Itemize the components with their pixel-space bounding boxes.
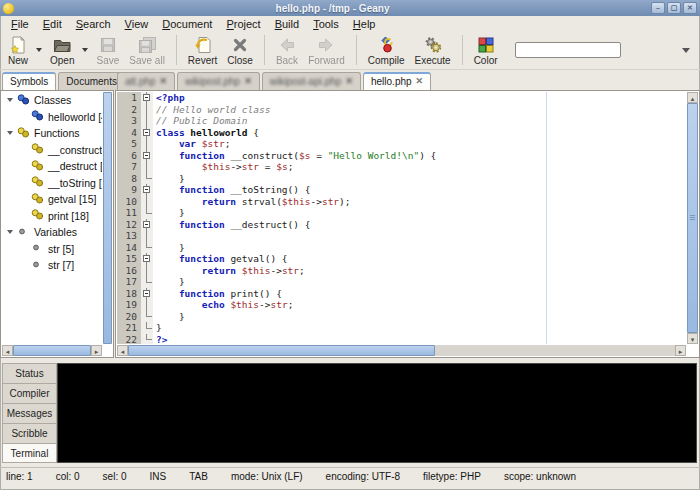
sidebar-vertical-scrollbar[interactable]	[103, 92, 112, 344]
fold-margin[interactable]	[141, 173, 153, 185]
symbol-group-row[interactable]: Classes	[2, 92, 102, 109]
line-number[interactable]: 20	[117, 311, 141, 323]
code-editor[interactable]: 1<?php2// Hello world class3// Public Do…	[117, 92, 686, 344]
fold-collapse-icon[interactable]	[143, 129, 150, 136]
fold-margin[interactable]	[141, 184, 153, 196]
fold-margin[interactable]	[141, 311, 153, 323]
scroll-left-icon[interactable]: ◂	[2, 345, 13, 356]
fold-collapse-icon[interactable]	[143, 152, 150, 159]
symbol-item-row[interactable]: str [7]	[2, 257, 102, 274]
fold-margin[interactable]	[141, 288, 153, 300]
fold-margin[interactable]	[141, 265, 153, 277]
line-number[interactable]: 8	[117, 173, 141, 185]
fold-margin[interactable]	[141, 161, 153, 173]
symbol-group-row[interactable]: Functions	[2, 125, 102, 142]
expander-down-icon[interactable]	[7, 230, 13, 234]
symbol-item-row[interactable]: getval [15]	[2, 191, 102, 208]
tab-scribble[interactable]: Scribble	[2, 423, 57, 443]
fold-margin[interactable]	[141, 127, 153, 139]
line-number[interactable]: 10	[117, 196, 141, 208]
tab-status[interactable]: Status	[2, 363, 57, 383]
editor-horizontal-scrollbar[interactable]: ◂ ▸	[117, 345, 686, 356]
line-number[interactable]: 21	[117, 322, 141, 334]
toolbar-overflow-icon[interactable]	[682, 48, 690, 53]
maximize-button[interactable]: ▢	[667, 2, 681, 14]
line-number[interactable]: 19	[117, 299, 141, 311]
line-number[interactable]: 6	[117, 150, 141, 162]
fold-collapse-icon[interactable]	[143, 221, 150, 228]
fold-margin[interactable]	[141, 138, 153, 150]
fold-collapse-icon[interactable]	[143, 255, 150, 262]
fold-margin[interactable]	[141, 150, 153, 162]
editor-vertical-scrollbar[interactable]: ▴ ▾	[687, 92, 698, 344]
fold-margin[interactable]	[141, 299, 153, 311]
close-button[interactable]: ✕	[683, 2, 697, 14]
menu-document[interactable]: Document	[155, 18, 219, 30]
line-number[interactable]: 5	[117, 138, 141, 150]
scroll-right-icon[interactable]: ▸	[91, 345, 102, 356]
compile-button[interactable]: Compile	[364, 34, 409, 67]
scroll-left-icon[interactable]: ◂	[117, 345, 128, 356]
color-button[interactable]: Color	[470, 34, 502, 67]
fold-margin[interactable]	[141, 219, 153, 231]
line-number[interactable]: 3	[117, 115, 141, 127]
line-number[interactable]: 12	[117, 219, 141, 231]
line-number[interactable]: 18	[117, 288, 141, 300]
menu-help[interactable]: Help	[346, 18, 383, 30]
sidebar-horizontal-scrollbar[interactable]: ◂ ▸	[2, 345, 102, 356]
open-dropdown-icon[interactable]	[82, 48, 88, 52]
tab-close-icon[interactable]: ✕	[345, 77, 353, 86]
symbol-item-row[interactable]: __toString [9]	[2, 175, 102, 192]
line-number[interactable]: 15	[117, 253, 141, 265]
symbol-item-row[interactable]: str [5]	[2, 241, 102, 258]
new-dropdown-icon[interactable]	[36, 48, 42, 52]
scroll-up-icon[interactable]: ▴	[687, 92, 698, 103]
symbol-group-row[interactable]: Variables	[2, 224, 102, 241]
line-number[interactable]: 13	[117, 230, 141, 242]
editor-tab-wikipost.php[interactable]: wikipost.php✕	[177, 72, 260, 90]
symbol-item-row[interactable]: __construct [6]	[2, 142, 102, 159]
fold-margin[interactable]	[141, 334, 153, 345]
fold-margin[interactable]	[141, 276, 153, 288]
menu-search[interactable]: Search	[69, 18, 118, 30]
open-button[interactable]: Open	[46, 34, 78, 67]
tab-symbols[interactable]: Symbols	[2, 72, 56, 90]
symbol-item-row[interactable]: __destruct [12]	[2, 158, 102, 175]
fold-margin[interactable]	[141, 115, 153, 127]
tab-close-icon[interactable]: ✕	[244, 77, 252, 86]
scroll-right-icon[interactable]: ▸	[675, 345, 686, 356]
tab-close-icon[interactable]: ✕	[160, 77, 168, 86]
menu-build[interactable]: Build	[268, 18, 306, 30]
menu-tools[interactable]: Tools	[306, 18, 346, 30]
tab-terminal[interactable]: Terminal	[2, 443, 57, 463]
line-number[interactable]: 16	[117, 265, 141, 277]
editor-tab-hello.php[interactable]: hello.php✕	[363, 72, 431, 90]
fold-margin[interactable]	[141, 196, 153, 208]
fold-margin[interactable]	[141, 92, 153, 104]
terminal-view[interactable]	[57, 363, 697, 463]
minimize-button[interactable]: –	[651, 2, 665, 14]
menu-project[interactable]: Project	[219, 18, 267, 30]
fold-collapse-icon[interactable]	[143, 94, 150, 101]
fold-margin[interactable]	[141, 242, 153, 254]
new-button[interactable]: New	[4, 34, 32, 67]
tab-close-icon[interactable]: ✕	[416, 77, 424, 86]
fold-margin[interactable]	[141, 253, 153, 265]
fold-collapse-icon[interactable]	[143, 290, 150, 297]
menu-edit[interactable]: Edit	[36, 18, 69, 30]
menu-file[interactable]: File	[4, 18, 36, 30]
fold-margin[interactable]	[141, 207, 153, 219]
menu-view[interactable]: View	[118, 18, 156, 30]
fold-margin[interactable]	[141, 322, 153, 334]
symbol-item-row[interactable]: print [18]	[2, 208, 102, 225]
line-number[interactable]: 9	[117, 184, 141, 196]
line-number[interactable]: 7	[117, 161, 141, 173]
editor-tab-wikipost-api.php[interactable]: wikipost-api.php✕	[262, 72, 361, 90]
revert-button[interactable]: Revert	[184, 34, 221, 67]
expander-down-icon[interactable]	[7, 98, 13, 102]
fold-margin[interactable]	[141, 230, 153, 242]
line-number[interactable]: 4	[117, 127, 141, 139]
goto-line-entry[interactable]	[515, 42, 621, 58]
tab-messages[interactable]: Messages	[2, 403, 57, 423]
execute-button[interactable]: Execute	[411, 34, 455, 67]
